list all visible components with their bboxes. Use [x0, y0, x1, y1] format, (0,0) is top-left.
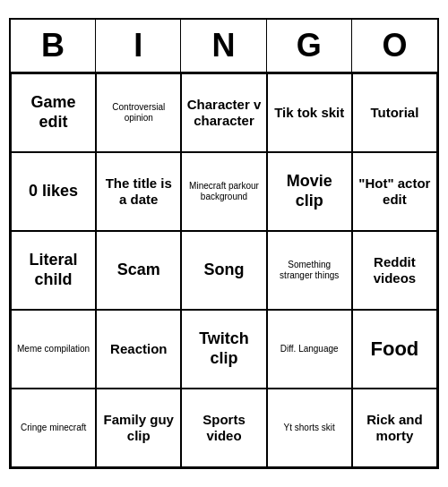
bingo-cell-3: Tik tok skit	[267, 73, 352, 152]
bingo-cell-7: Minecraft parkour background	[181, 152, 266, 231]
bingo-cell-23: Yt shorts skit	[267, 389, 352, 467]
bingo-cell-6: The title is a date	[96, 152, 181, 231]
bingo-card: BINGO Game editControversial opinionChar…	[9, 18, 439, 469]
bingo-cell-8: Movie clip	[267, 152, 352, 231]
bingo-cell-20: Cringe minecraft	[11, 389, 96, 467]
bingo-cell-16: Reaction	[96, 310, 181, 389]
bingo-cell-19: Food	[352, 310, 437, 389]
bingo-cell-13: Something stranger things	[267, 231, 352, 310]
bingo-header: BINGO	[11, 20, 437, 73]
bingo-cell-14: Reddit videos	[352, 231, 437, 310]
bingo-cell-5: 0 likes	[11, 152, 96, 231]
bingo-cell-10: Literal child	[11, 231, 96, 310]
bingo-cell-21: Family guy clip	[96, 389, 181, 467]
bingo-cell-17: Twitch clip	[181, 310, 266, 389]
bingo-grid: Game editControversial opinionCharacter …	[11, 73, 437, 467]
bingo-cell-9: "Hot" actor edit	[352, 152, 437, 231]
bingo-cell-22: Sports video	[181, 389, 266, 467]
bingo-cell-11: Scam	[96, 231, 181, 310]
bingo-cell-2: Character v character	[181, 73, 266, 152]
bingo-cell-24: Rick and morty	[352, 389, 437, 467]
header-letter-n: N	[181, 20, 266, 72]
header-letter-i: I	[96, 20, 181, 72]
bingo-cell-1: Controversial opinion	[96, 73, 181, 152]
bingo-cell-12: Song	[181, 231, 266, 310]
bingo-cell-0: Game edit	[11, 73, 96, 152]
header-letter-b: B	[11, 20, 96, 72]
bingo-cell-4: Tutorial	[352, 73, 437, 152]
bingo-cell-18: Diff. Language	[267, 310, 352, 389]
bingo-cell-15: Meme compilation	[11, 310, 96, 389]
header-letter-g: G	[267, 20, 352, 72]
header-letter-o: O	[352, 20, 437, 72]
